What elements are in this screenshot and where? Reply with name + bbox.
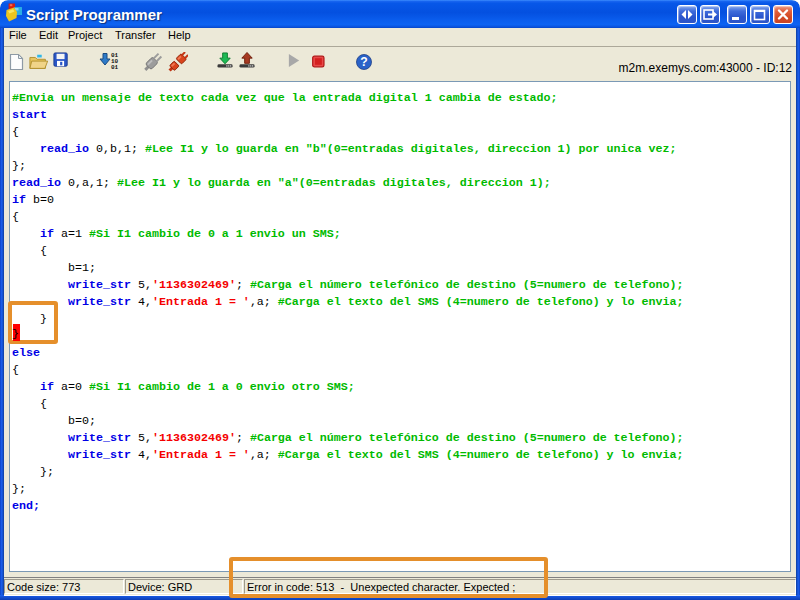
svg-text:?: ? <box>360 55 367 69</box>
svg-text:01: 01 <box>111 64 119 71</box>
